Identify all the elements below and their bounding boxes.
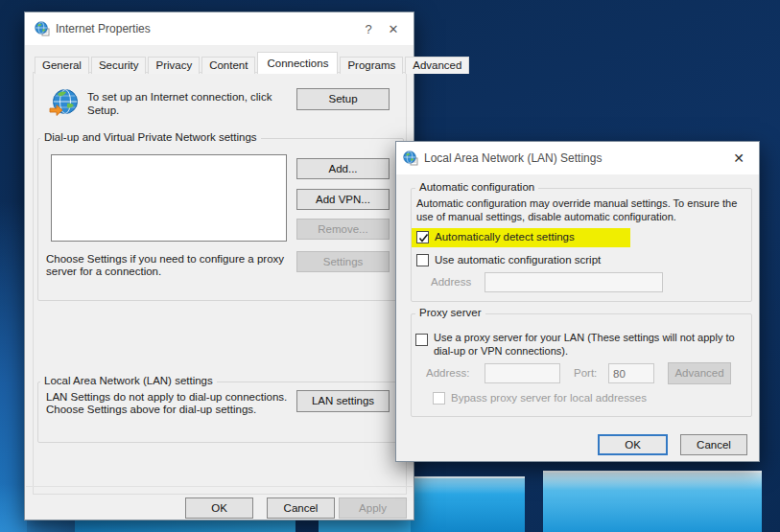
globe-icon <box>403 150 418 166</box>
tab-content[interactable]: Content <box>201 57 255 74</box>
cancel-button[interactable]: Cancel <box>680 434 747 455</box>
lan-settings-titlebar: Local Area Network (LAN) Settings ✕ <box>396 142 759 174</box>
setup-button[interactable]: Setup <box>296 88 390 110</box>
use-proxy-line2[interactable]: dial-up or VPN connections). <box>434 344 568 358</box>
use-automatic-configuration-script-checkbox[interactable] <box>416 254 429 266</box>
internet-connection-icon <box>49 87 80 118</box>
windows-logo-pane-bottom-right <box>543 471 762 532</box>
auto-config-desc-line1: Automatic configuration may override man… <box>416 197 737 210</box>
choose-settings-hint-line1: Choose Settings if you need to configure… <box>46 253 284 266</box>
ok-button[interactable]: OK <box>185 497 253 519</box>
windows-logo-pane-bottom-left <box>411 476 525 532</box>
proxy-address-label: Address: <box>426 367 469 379</box>
bypass-proxy-label[interactable]: Bypass proxy server for local addresses <box>451 392 647 404</box>
apply-button[interactable]: Apply <box>339 497 407 519</box>
footer-separator <box>26 486 413 487</box>
checkmark-icon <box>417 232 430 244</box>
lan-hint-line1: LAN Settings do not apply to dial-up con… <box>46 391 287 405</box>
tab-strip: General Security Privacy Content Connect… <box>35 52 471 74</box>
use-proxy-line1[interactable]: Use a proxy server for your LAN (These s… <box>434 331 735 344</box>
setup-instruction-line2: Setup. <box>87 104 119 118</box>
script-address-label: Address <box>431 276 471 288</box>
tab-security[interactable]: Security <box>91 57 147 74</box>
ok-button[interactable]: OK <box>598 434 668 455</box>
help-icon[interactable]: ? <box>356 22 381 36</box>
dialup-group-label: Dial-up and Virtual Private Network sett… <box>40 131 261 143</box>
desktop-wallpaper: Internet Properties ? ✕ General Security… <box>0 0 780 532</box>
dialup-connections-listbox[interactable] <box>51 154 287 242</box>
dialog-title: Internet Properties <box>56 22 151 35</box>
proxy-port-label: Port: <box>574 367 597 379</box>
globe-icon <box>35 21 50 36</box>
close-icon[interactable]: ✕ <box>381 22 406 36</box>
proxy-port-input[interactable] <box>608 363 654 383</box>
lan-group-label: Local Area Network (LAN) settings <box>40 375 217 386</box>
automatically-detect-settings-label[interactable]: Automatically detect settings <box>435 231 575 243</box>
windows-logo-pane-strip-right <box>319 520 414 532</box>
tab-connections[interactable]: Connections <box>257 52 338 74</box>
settings-button[interactable]: Settings <box>296 251 390 272</box>
tab-advanced[interactable]: Advanced <box>405 57 469 74</box>
proxy-address-input[interactable] <box>485 363 560 383</box>
use-proxy-server-checkbox[interactable] <box>415 334 428 346</box>
windows-logo-pane-strip-left <box>75 520 295 532</box>
automatically-detect-settings-checkbox[interactable] <box>416 231 429 243</box>
lan-hint-line2: Choose Settings above for dial-up settin… <box>46 404 256 417</box>
remove-button[interactable]: Remove... <box>296 219 390 240</box>
auto-config-desc-line2: use of manual settings, disable automati… <box>416 210 676 223</box>
use-automatic-configuration-script-label[interactable]: Use automatic configuration script <box>435 254 601 266</box>
add-vpn-button[interactable]: Add VPN... <box>296 189 390 210</box>
tab-programs[interactable]: Programs <box>340 57 403 74</box>
internet-properties-dialog: Internet Properties ? ✕ General Security… <box>24 12 414 520</box>
script-address-input[interactable] <box>485 272 663 292</box>
close-icon[interactable]: ✕ <box>726 150 751 166</box>
tab-privacy[interactable]: Privacy <box>148 57 200 74</box>
proxy-server-label: Proxy server <box>415 307 485 318</box>
setup-instruction-line1: To set up an Internet connection, click <box>87 91 272 104</box>
dialog-title: Local Area Network (LAN) Settings <box>424 151 602 165</box>
automatic-configuration-label: Automatic configuration <box>415 181 538 193</box>
bypass-proxy-checkbox[interactable] <box>433 392 445 405</box>
tab-general[interactable]: General <box>35 57 89 74</box>
cancel-button[interactable]: Cancel <box>267 497 335 519</box>
internet-properties-titlebar: Internet Properties ? ✕ <box>25 12 414 45</box>
advanced-button[interactable]: Advanced <box>668 362 731 384</box>
choose-settings-hint-line2: server for a connection. <box>46 266 161 279</box>
lan-settings-dialog: Local Area Network (LAN) Settings ✕ Auto… <box>395 141 760 462</box>
add-button[interactable]: Add... <box>296 158 390 179</box>
lan-settings-button[interactable]: LAN settings <box>296 390 390 412</box>
